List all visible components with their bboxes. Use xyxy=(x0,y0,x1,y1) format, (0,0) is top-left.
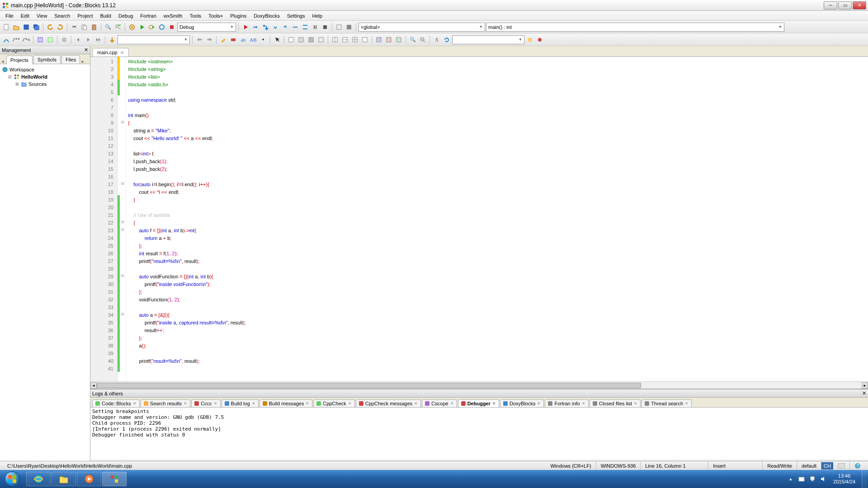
panel2-icon[interactable] xyxy=(384,35,393,44)
win1-icon[interactable] xyxy=(287,35,296,44)
menu-project[interactable]: Project xyxy=(74,12,96,20)
minimize-button[interactable]: ─ xyxy=(824,1,837,9)
text-lower-icon[interactable]: ab xyxy=(239,35,248,44)
scope-combo[interactable]: <global>▼ xyxy=(359,23,485,32)
task-explorer[interactable] xyxy=(52,472,76,486)
editor-tab-main[interactable]: main.cpp ✕ xyxy=(92,48,129,56)
s-style-icon[interactable]: S xyxy=(432,35,441,44)
save-all-icon[interactable] xyxy=(32,23,41,32)
status-ime[interactable]: CH xyxy=(821,462,833,469)
new-file-icon[interactable] xyxy=(2,23,11,32)
layout1-icon[interactable] xyxy=(330,35,340,44)
task-media[interactable] xyxy=(77,472,101,486)
menu-fortran[interactable]: Fortran xyxy=(137,12,160,20)
text-upper-icon[interactable]: AB xyxy=(249,35,258,44)
layout2-icon[interactable] xyxy=(340,35,349,44)
tree-workspace[interactable]: Workspace xyxy=(2,66,88,73)
log-tab-build-log[interactable]: Build log✕ xyxy=(222,399,259,407)
find-icon[interactable]: 🔍 xyxy=(104,23,113,32)
log-tab-build-messages[interactable]: Build messages✕ xyxy=(259,399,313,407)
tree-project[interactable]: ⊟ HelloWorld xyxy=(2,73,88,80)
stop-debug-icon[interactable] xyxy=(321,23,330,32)
scroll-right-icon[interactable]: ► xyxy=(862,382,868,389)
menu-build[interactable]: Build xyxy=(96,12,114,20)
panel3-icon[interactable] xyxy=(394,35,403,44)
zoom-in-icon[interactable]: 🔍 xyxy=(408,35,417,44)
build-icon[interactable] xyxy=(127,23,137,32)
build-target-combo[interactable]: Debug▼ xyxy=(177,23,236,32)
menu-settings[interactable]: Settings xyxy=(283,12,309,20)
highlight-icon[interactable] xyxy=(219,35,228,44)
next-bookmark-icon[interactable]: ⇨ xyxy=(205,35,214,44)
menu-edit[interactable]: Edit xyxy=(17,12,33,20)
log-tab-doxyblocks[interactable]: DoxyBlocks✕ xyxy=(500,399,544,407)
goto-combo[interactable]: ▼ xyxy=(118,35,190,44)
project-tree[interactable]: Workspace ⊟ HelloWorld ⊞ Sources xyxy=(0,64,90,470)
doxy-html-icon[interactable] xyxy=(46,35,55,44)
run-icon[interactable] xyxy=(137,23,146,32)
abort-icon[interactable] xyxy=(167,23,176,32)
menu-debug[interactable]: Debug xyxy=(115,12,137,20)
tray-action-icon[interactable] xyxy=(798,475,805,483)
close-tab-icon[interactable]: ✕ xyxy=(120,50,124,55)
menu-search[interactable]: Search xyxy=(51,12,74,20)
symbol-combo[interactable]: main() : int▼ xyxy=(486,23,784,32)
scroll-left-icon[interactable]: ◄ xyxy=(90,382,97,389)
nav-back-icon[interactable] xyxy=(74,35,83,44)
aux-combo[interactable]: ▼ xyxy=(452,35,524,44)
doxy-icon[interactable] xyxy=(2,35,11,44)
build-run-icon[interactable] xyxy=(147,23,156,32)
tree-sources-folder[interactable]: ⊞ Sources xyxy=(2,80,88,88)
tab-projects[interactable]: Projects xyxy=(6,56,33,64)
step-into-instr-icon[interactable] xyxy=(301,23,310,32)
jump-icon[interactable] xyxy=(108,35,117,44)
log-tab-cscope[interactable]: Cscope✕ xyxy=(422,399,457,407)
logs-close-icon[interactable]: ✕ xyxy=(862,390,866,396)
break-icon[interactable] xyxy=(311,23,320,32)
tray-up-icon[interactable]: ▲ xyxy=(787,475,794,483)
debug-start-icon[interactable] xyxy=(241,23,250,32)
menu-tools[interactable]: Tools xyxy=(186,12,205,20)
scroll-thumb[interactable] xyxy=(97,383,641,388)
menu-plugins[interactable]: Plugins xyxy=(226,12,250,20)
management-close-icon[interactable]: ✕ xyxy=(84,47,88,53)
win3-icon[interactable] xyxy=(307,35,316,44)
win4-icon[interactable] xyxy=(316,35,326,44)
log-tab-code-blocks[interactable]: Code::Blocks✕ xyxy=(92,399,140,407)
next-instr-icon[interactable] xyxy=(291,23,300,32)
expand-icon[interactable]: ⊞ xyxy=(14,82,19,86)
fold-gutter[interactable]: ⊟⊟⊟⊟⊟⊟ xyxy=(120,57,126,381)
log-tab-cppcheck[interactable]: CppCheck✕ xyxy=(313,399,354,407)
block-comment-icon[interactable]: /** xyxy=(12,35,21,44)
debug-windows-icon[interactable] xyxy=(335,23,344,32)
step-into-icon[interactable] xyxy=(271,23,280,32)
step-out-icon[interactable] xyxy=(281,23,290,32)
run-to-cursor-icon[interactable] xyxy=(251,23,260,32)
paste-icon[interactable] xyxy=(90,23,99,32)
save-icon[interactable] xyxy=(22,23,31,32)
menu-help[interactable]: Help xyxy=(308,12,326,20)
win2-icon[interactable] xyxy=(297,35,306,44)
tray-network-icon[interactable] xyxy=(809,475,816,483)
log-tab-search-results[interactable]: Search results✕ xyxy=(141,399,190,407)
prev-bookmark-icon[interactable]: ⇦ xyxy=(195,35,204,44)
code-content[interactable]: #include <iostream>#include <string>#inc… xyxy=(126,57,868,381)
log-tab-closed-files-list[interactable]: Closed files list✕ xyxy=(590,399,641,407)
refresh-icon[interactable] xyxy=(442,35,451,44)
doxy-run-icon[interactable] xyxy=(36,35,45,44)
tab-files[interactable]: Files xyxy=(61,55,80,64)
start-button[interactable] xyxy=(0,470,24,488)
nav-fwd-icon[interactable] xyxy=(84,35,93,44)
system-tray[interactable]: ▲ 13:46 2015/4/24 xyxy=(786,470,868,488)
menu-tools[interactable]: Tools+ xyxy=(205,12,226,20)
select-icon[interactable] xyxy=(273,35,282,44)
layout3-icon[interactable] xyxy=(350,35,359,44)
log-tab-cppcheck-messages[interactable]: CppCheck messages✕ xyxy=(356,399,421,407)
tray-clock[interactable]: 13:46 2015/4/24 xyxy=(830,473,858,485)
task-codeblocks[interactable] xyxy=(102,472,127,486)
selection-icon[interactable] xyxy=(229,35,238,44)
line-comment-icon[interactable]: /*< xyxy=(22,35,31,44)
editor-hscrollbar[interactable]: ◄ ► xyxy=(90,381,868,389)
copy-icon[interactable] xyxy=(80,23,89,32)
tab-nav-left[interactable]: ◄ xyxy=(0,60,5,64)
